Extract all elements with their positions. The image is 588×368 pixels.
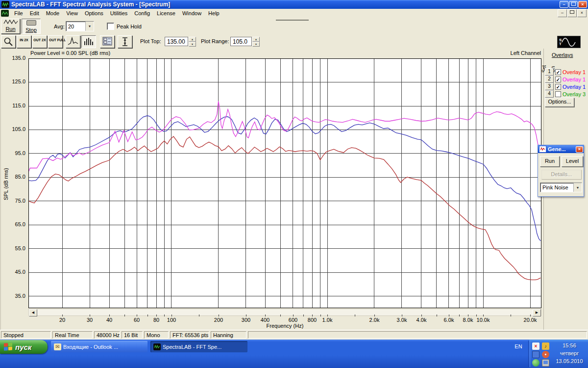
plot-range-spinner[interactable]: ▲▼ — [252, 37, 260, 46]
spectrum-chart — [28, 58, 541, 308]
status-mode: Real Time — [52, 331, 93, 339]
y-tick-label: 85.0 — [7, 174, 25, 180]
tray-antivirus-icon[interactable] — [532, 359, 539, 367]
menu-config[interactable]: Config — [131, 9, 153, 17]
spectralab-icon — [153, 343, 161, 350]
channel-label: Left Channel — [461, 50, 541, 56]
zoom-out-2x-button[interactable]: OUT 2X — [32, 35, 47, 48]
generator-close-icon[interactable]: × — [576, 146, 583, 153]
zoom-in-2x-button[interactable]: IN 2X — [17, 35, 31, 48]
overlays-title: Overlays — [552, 52, 573, 58]
signal-generator-icon[interactable]: ST — [557, 36, 581, 48]
taskbar-item-outlook[interactable]: ✉ Входящие - Outlook ... — [51, 341, 147, 352]
key-in-2x-icon: IN 2X — [18, 38, 30, 42]
y-tick-label: 65.0 — [7, 221, 25, 227]
generator-run-button[interactable]: Run — [540, 156, 560, 167]
peak-curve-button[interactable] — [66, 35, 80, 48]
plot-top-field[interactable]: 135.00 — [165, 37, 188, 46]
language-indicator[interactable]: EN — [512, 342, 525, 351]
spectrum-plot[interactable] — [28, 58, 541, 308]
overlay-on-checkbox-4[interactable] — [555, 91, 561, 97]
window-title: SpectraLAB - FFT Spectral Analysis Syste… — [11, 1, 170, 8]
zoom-out-full-button[interactable]: OUT FULL — [48, 35, 63, 48]
menu-edit[interactable]: Edit — [26, 9, 43, 17]
menu-utilities[interactable]: Utilities — [107, 9, 131, 17]
overlay-options-button[interactable]: Options... — [545, 98, 574, 107]
peak-hold-checkbox[interactable] — [107, 23, 114, 30]
mdi-restore-button[interactable] — [567, 9, 577, 17]
tray-update-icon[interactable]: • — [542, 351, 549, 358]
key-out-full-icon: OUT FULL — [49, 38, 62, 42]
avg-combo[interactable]: 20 ▼ — [66, 21, 94, 31]
chevron-down-icon[interactable]: ▼ — [573, 183, 582, 192]
panel-icon — [102, 37, 112, 46]
title-bar: SpectraLAB - FFT Spectral Analysis Syste… — [0, 0, 588, 9]
start-button[interactable]: пуск — [0, 340, 48, 354]
clock: 15:56 четверг 13.05.2010 — [552, 342, 587, 365]
overlay-label-4: Overlay 3 — [563, 91, 586, 97]
overlay-on-checkbox-1[interactable]: ✓ — [555, 69, 561, 75]
y-tick-label: 75.0 — [7, 198, 25, 204]
status-run-state: Stopped — [1, 331, 51, 339]
overlay-set-button-2[interactable]: 2 — [545, 76, 554, 83]
overlay-set-button-3[interactable]: 3 — [545, 83, 554, 90]
minimize-button[interactable]: – — [560, 1, 568, 8]
overlay-set-button-1[interactable]: 1 — [545, 68, 554, 76]
tray-error-icon[interactable]: × — [532, 342, 539, 350]
stop-button[interactable]: Stop — [22, 19, 41, 34]
plot-range-field[interactable]: 105.0 — [230, 37, 252, 46]
windows-logo-icon — [4, 342, 13, 351]
menu-license[interactable]: License — [153, 9, 179, 17]
avg-label: Avg: — [54, 24, 65, 29]
scale-toolbar: IN 2X OUT 2X OUT FULL Plot Top: 135.00 ▲… — [0, 35, 588, 49]
generator-details-button[interactable]: Details... — [541, 170, 582, 180]
x-tick-label: 60 — [126, 317, 147, 323]
generator-level-button[interactable]: Level — [562, 156, 583, 167]
x-tick-label: 100 — [161, 317, 182, 323]
overlay-set-button-4[interactable]: 4 — [545, 90, 554, 98]
overlay-on-checkbox-2[interactable]: ✓ — [555, 77, 561, 82]
bar-display-button[interactable] — [81, 35, 96, 48]
y-tick-label: 35.0 — [7, 293, 25, 299]
zoom-button[interactable] — [1, 35, 16, 48]
chevron-down-icon[interactable]: ▼ — [85, 22, 94, 31]
tray-volume-icon[interactable]: ♪ — [542, 342, 549, 350]
tray-display-icon[interactable] — [542, 359, 549, 367]
generator-title-bar[interactable]: Gene... × — [538, 145, 584, 153]
x-axis-title: Frequency (Hz) — [28, 323, 541, 329]
menu-options[interactable]: Options — [81, 9, 107, 17]
generator-window: Gene... × Run Level Details... Pink Nois… — [538, 145, 584, 197]
menu-help[interactable]: Help — [205, 9, 223, 17]
overlay-on-checkbox-3[interactable]: ✓ — [555, 84, 561, 90]
status-bar: Stopped Real Time 48000 Hz 16 Bit Mono F… — [0, 330, 588, 340]
mdi-minimize-button[interactable]: – — [558, 9, 567, 17]
y-tick-label: 125.0 — [7, 79, 25, 84]
peak-curve-icon — [68, 37, 78, 46]
mdi-close-button[interactable]: × — [577, 9, 587, 17]
close-button[interactable]: × — [578, 1, 587, 8]
x-tick-label: 1.0k — [317, 317, 338, 323]
overlay-label-1: Overlay 1 — [563, 69, 586, 75]
menu-view[interactable]: View — [63, 9, 81, 17]
x-tick-label: 10.0k — [472, 317, 494, 323]
x-tick-label: 20.0k — [519, 317, 541, 323]
tray-network-icon[interactable] — [532, 351, 539, 358]
document-icon[interactable] — [1, 10, 9, 17]
taskbar-item-spectralab[interactable]: SpectraLAB - FFT Spe... — [150, 341, 247, 352]
total-power-button[interactable] — [118, 35, 132, 48]
menu-window[interactable]: Window — [179, 9, 205, 17]
run-button[interactable]: Run — [1, 19, 20, 34]
plot-top-spinner[interactable]: ▲▼ — [189, 37, 196, 46]
menu-file[interactable]: File — [11, 9, 26, 17]
taskbar: пуск ✉ Входящие - Outlook ... SpectraLAB… — [0, 340, 588, 368]
overlay-row: 4 Overlay 3 — [545, 90, 586, 98]
noise-type-combo[interactable]: Pink Noise ▼ — [540, 183, 582, 192]
menu-mode[interactable]: Mode — [43, 9, 63, 17]
clock-time: 15:56 — [552, 342, 587, 349]
overlay-row: 3 ✓ Overlay 1 — [545, 83, 586, 90]
display-options-button[interactable] — [100, 35, 115, 48]
status-channels: Mono — [144, 331, 169, 339]
x-tick-label: 200 — [208, 317, 229, 323]
overlay-row: 1 ✓ Overlay 1 — [545, 68, 586, 76]
maximize-button[interactable] — [569, 1, 578, 8]
